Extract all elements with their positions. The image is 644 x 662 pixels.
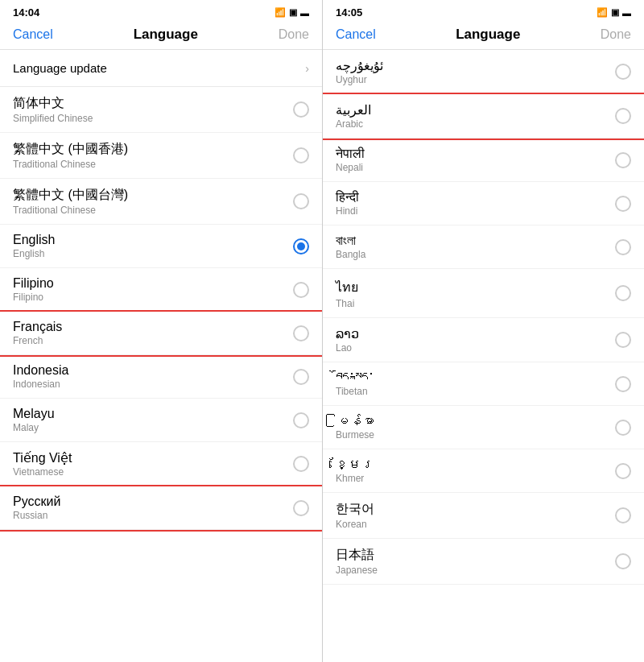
lang-native: ລາວ <box>336 326 359 341</box>
lang-text: Filipino Filipino <box>13 276 54 303</box>
language-row[interactable]: Русский Russian <box>0 486 322 530</box>
panel-right: 14:05 📶 ▣ ▬ Cancel Language Done ئۇيغۇرچ… <box>322 0 644 662</box>
lang-english: Russian <box>13 510 60 521</box>
lang-text: 繁體中文 (中國台灣) Traditional Chinese <box>13 187 128 216</box>
lang-english: Uyghur <box>336 74 383 85</box>
lang-english: Arabic <box>336 118 371 130</box>
lang-native: Русский <box>13 494 60 509</box>
language-row[interactable]: བོད་སྐད་ Tibetan <box>323 362 644 406</box>
language-row[interactable]: Filipino Filipino <box>0 268 322 312</box>
lang-text: Русский Russian <box>13 494 60 521</box>
lang-text: English English <box>13 233 55 259</box>
lang-english: English <box>13 248 55 259</box>
status-icons-left: 📶 ▣ ▬ <box>275 7 309 18</box>
page-title-right: Language <box>456 27 520 43</box>
radio-button[interactable] <box>615 420 631 436</box>
lang-text: Indonesia Indonesian <box>13 363 68 390</box>
radio-button[interactable] <box>615 507 631 523</box>
language-row[interactable]: 繁體中文 (中國香港) Traditional Chinese <box>0 133 322 179</box>
radio-button[interactable] <box>293 325 309 341</box>
lang-native: हिन्दी <box>336 190 359 205</box>
language-row[interactable]: Indonesia Indonesian <box>0 355 322 399</box>
battery-icon-right: ▬ <box>622 8 631 18</box>
language-row[interactable]: नेपाली Nepali <box>323 139 644 182</box>
lang-english: Burmese <box>336 429 374 441</box>
lang-text: 繁體中文 (中國香港) Traditional Chinese <box>13 141 128 170</box>
lang-native: 日本語 <box>336 547 378 564</box>
language-row[interactable]: ไทย Thai <box>323 269 644 318</box>
language-row[interactable]: 日本語 Japanese <box>323 539 644 585</box>
radio-button[interactable] <box>615 553 631 569</box>
battery-icon: ▬ <box>300 8 309 18</box>
radio-button[interactable] <box>293 282 309 298</box>
language-row[interactable]: Melayu Malay <box>0 399 322 442</box>
lang-english: French <box>13 335 62 346</box>
language-row[interactable]: ខ្មែរ Khmer <box>323 449 644 493</box>
radio-button[interactable] <box>293 101 309 118</box>
radio-button[interactable] <box>293 500 309 516</box>
lang-native: বাংলা <box>336 234 365 248</box>
status-bar-left: 14:04 📶 ▣ ▬ <box>0 0 322 22</box>
radio-button[interactable] <box>615 152 631 168</box>
nav-bar-left: Cancel Language Done <box>0 22 322 50</box>
language-row[interactable]: ລາວ Lao <box>323 318 644 362</box>
language-list-left: Language update › 简体中文 Simplified Chines… <box>0 50 322 662</box>
nav-bar-right: Cancel Language Done <box>323 22 644 50</box>
radio-button[interactable] <box>615 108 631 124</box>
radio-button[interactable] <box>293 238 309 254</box>
lang-native: བོད་སྐད་ <box>336 370 374 385</box>
lang-text: বাংলা Bangla <box>336 234 365 260</box>
language-list-right: ئۇيغۇرچە Uyghur العربية Arabic नेपाली Ne… <box>323 50 644 662</box>
radio-button[interactable] <box>293 369 309 385</box>
cancel-button-right[interactable]: Cancel <box>336 27 376 42</box>
lang-native: Français <box>13 320 62 334</box>
radio-button[interactable] <box>293 456 309 472</box>
lang-native: ไทย <box>336 277 358 297</box>
radio-button[interactable] <box>615 463 631 479</box>
lang-english: Hindi <box>336 205 359 217</box>
lang-english: Bangla <box>336 249 365 260</box>
language-row[interactable]: বাংলা Bangla <box>323 225 644 269</box>
lang-native: ئۇيغۇرچە <box>336 58 383 73</box>
lang-native: 繁體中文 (中國台灣) <box>13 187 128 204</box>
language-row[interactable]: English English <box>0 225 322 268</box>
screen-icon-right: ▣ <box>611 7 619 18</box>
lang-native: Filipino <box>13 276 54 291</box>
done-button-left: Done <box>279 27 309 42</box>
language-row[interactable]: မြန်မာ Burmese <box>323 406 644 449</box>
radio-button[interactable] <box>615 196 631 212</box>
lang-text: ລາວ Lao <box>336 326 359 354</box>
wifi-icon: 📶 <box>275 7 286 18</box>
language-row[interactable]: العربية Arabic <box>323 94 644 139</box>
lang-text: ئۇيغۇرچە Uyghur <box>336 58 383 85</box>
language-row[interactable]: हिन्दी Hindi <box>323 182 644 225</box>
language-row[interactable]: ئۇيغۇرچە Uyghur <box>323 50 644 94</box>
lang-english: Japanese <box>336 565 378 576</box>
lang-text: ไทย Thai <box>336 277 358 309</box>
radio-button[interactable] <box>293 193 309 209</box>
screen-icon: ▣ <box>289 7 297 18</box>
lang-native: नेपाली <box>336 147 365 161</box>
lang-text: Français French <box>13 320 62 346</box>
time-left: 14:04 <box>13 6 39 19</box>
radio-button[interactable] <box>293 147 309 163</box>
lang-text: မြန်မာ Burmese <box>336 414 374 441</box>
radio-button[interactable] <box>615 376 631 392</box>
language-row[interactable]: Tiếng Việt Vietnamese <box>0 442 322 486</box>
lang-english: Nepali <box>336 162 365 173</box>
lang-text: हिन्दी Hindi <box>336 190 359 217</box>
chevron-icon: › <box>305 62 309 75</box>
radio-button[interactable] <box>615 239 631 255</box>
language-row[interactable]: 简体中文 Simplified Chinese <box>0 87 322 133</box>
radio-button[interactable] <box>293 412 309 428</box>
lang-text: 简体中文 Simplified Chinese <box>13 95 93 124</box>
language-update-row[interactable]: Language update › <box>0 50 322 87</box>
cancel-button-left[interactable]: Cancel <box>13 27 53 42</box>
radio-button[interactable] <box>615 64 631 80</box>
lang-english: Vietnamese <box>13 466 72 478</box>
language-row[interactable]: 繁體中文 (中國台灣) Traditional Chinese <box>0 179 322 225</box>
language-row[interactable]: Français French <box>0 312 322 355</box>
radio-button[interactable] <box>615 332 631 348</box>
language-row[interactable]: 한국어 Korean <box>323 493 644 539</box>
radio-button[interactable] <box>615 285 631 301</box>
